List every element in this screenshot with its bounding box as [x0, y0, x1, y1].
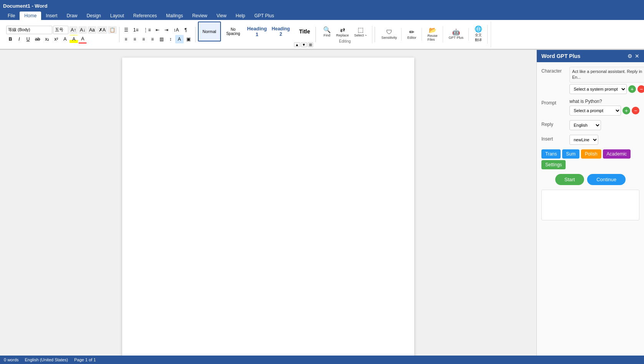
prompt-select[interactable]: Select a prompt [569, 106, 621, 116]
change-case-btn[interactable]: Aa [88, 26, 96, 34]
tab-gptplus[interactable]: GPT Plus [250, 12, 279, 20]
tab-draw[interactable]: Draw [62, 12, 82, 20]
column-break-btn[interactable]: ▥ [157, 35, 166, 43]
gpt-plus-btn[interactable]: 🤖 GPT Plus [447, 28, 465, 41]
status-bar: 0 words English (United States) Page 1 o… [0, 356, 644, 364]
list-buttons-row: ☰ 1≡ ⋮≡ ⇤ ⇥ ↕A ¶ [122, 26, 193, 34]
document-page[interactable] [122, 58, 414, 362]
panel-body: Character Act like a personal assistant.… [537, 62, 644, 364]
tab-help[interactable]: Help [231, 12, 250, 20]
superscript-btn[interactable]: x² [52, 35, 60, 43]
highlight-color-btn[interactable]: A [70, 35, 78, 43]
style-title[interactable]: Title [293, 22, 313, 41]
remove-prompt-btn[interactable]: − [632, 107, 639, 114]
character-row: Character Act like a personal assistant.… [541, 67, 639, 94]
settings-btn[interactable]: Settings [541, 160, 566, 169]
panel-controls: ⚙ ✕ [627, 53, 639, 59]
replace-btn[interactable]: ⇄ Replace [334, 26, 351, 38]
styles-scroll-up-btn[interactable]: ▲ [294, 42, 300, 47]
divider-font-para [119, 27, 120, 42]
italic-btn[interactable]: I [15, 35, 23, 43]
decrease-font-btn[interactable]: A↓ [78, 26, 87, 34]
borders-btn[interactable]: ▣ [184, 35, 193, 43]
trans-btn[interactable]: Trans [541, 149, 561, 159]
prompt-value: what is Python? [569, 99, 639, 104]
continue-btn[interactable]: Continue [587, 174, 626, 185]
ribbon: Document1 - Word File Home Insert Draw D… [0, 0, 644, 50]
style-normal[interactable]: Normal [198, 22, 221, 41]
add-prompt-btn[interactable]: + [622, 107, 630, 114]
clear-format-btn[interactable]: ✗A [97, 26, 107, 34]
find-btn[interactable]: 🔍 Find [321, 26, 333, 38]
styles-expand-btn[interactable]: ⊞ [308, 42, 313, 47]
panel-settings-icon[interactable]: ⚙ [627, 53, 632, 59]
remove-system-prompt-btn[interactable]: − [637, 85, 644, 93]
reply-select[interactable]: English Chinese Japanese French Spanish [569, 120, 601, 130]
justify-btn[interactable]: ≡ [148, 35, 157, 43]
bullets-btn[interactable]: ☰ [122, 26, 131, 34]
document-area[interactable] [0, 50, 536, 364]
align-left-btn[interactable]: ≡ [122, 35, 130, 43]
sort-btn[interactable]: ↕A [171, 26, 181, 34]
panel-close-btn[interactable]: ✕ [635, 53, 639, 59]
app-title: Document1 - Word [3, 3, 47, 9]
tab-file[interactable]: File [3, 12, 20, 20]
tab-review[interactable]: Review [188, 12, 212, 20]
polish-btn[interactable]: Polish [581, 149, 601, 159]
numbered-list-btn[interactable]: 1≡ [131, 26, 141, 34]
bold-btn[interactable]: B [6, 35, 15, 43]
increase-indent-btn[interactable]: ⇥ [162, 26, 171, 34]
styles-scroll-down-btn[interactable]: ▼ [301, 42, 307, 47]
decrease-indent-btn[interactable]: ⇤ [153, 26, 162, 34]
align-center-btn[interactable]: ≡ [131, 35, 139, 43]
tab-layout[interactable]: Layout [106, 12, 129, 20]
tab-mailings[interactable]: Mailings [161, 12, 188, 20]
select-btn[interactable]: ⬚ Select ~ [352, 26, 369, 38]
text-effects-btn[interactable]: A [61, 35, 69, 43]
translate-btn[interactable]: 🌐 全文翻译 [473, 25, 484, 44]
academic-btn[interactable]: Academic [603, 149, 631, 159]
editor-icon: ✏ [409, 29, 414, 35]
style-heading2[interactable]: Heading 2 [269, 22, 292, 41]
editor-btn[interactable]: ✏ Editor [405, 28, 418, 41]
line-spacing-btn[interactable]: ↕ [166, 35, 175, 43]
shading-btn[interactable]: A [175, 35, 184, 43]
tab-insert[interactable]: Insert [41, 12, 62, 20]
tab-view[interactable]: View [212, 12, 231, 20]
output-area[interactable] [541, 190, 639, 220]
action-buttons: Trans Sum Polish Academic Settings [541, 149, 639, 169]
copy-format-btn[interactable]: 📋 [108, 26, 117, 34]
page-info: Page 1 of 1 [74, 357, 96, 362]
insert-select[interactable]: newLine replace append [569, 135, 598, 145]
underline-btn[interactable]: U [24, 35, 32, 43]
style-heading1[interactable]: Heading 1 [246, 22, 269, 41]
reply-label: Reply [541, 120, 566, 127]
strikethrough-btn[interactable]: ab [33, 35, 42, 43]
subscript-btn[interactable]: x₂ [43, 35, 51, 43]
tab-home[interactable]: Home [20, 12, 41, 20]
prompt-label: Prompt [541, 99, 566, 106]
insert-label: Insert [541, 135, 566, 142]
sensitivity-content: 🛡 Sensitivity [380, 28, 399, 41]
font-color-btn[interactable]: A [78, 35, 87, 43]
multilevel-list-btn[interactable]: ⋮≡ [141, 26, 153, 34]
word-count: 0 words [4, 357, 19, 362]
tab-design[interactable]: Design [82, 12, 105, 20]
system-prompt-row: Select a system prompt + − [569, 84, 644, 94]
panel-title: Word GPT Plus [541, 53, 581, 59]
tab-references[interactable]: References [129, 12, 161, 20]
editor-group: ✏ Editor [402, 28, 422, 41]
start-btn[interactable]: Start [555, 174, 584, 185]
add-system-prompt-btn[interactable]: + [628, 85, 636, 93]
font-size-input[interactable] [53, 26, 68, 34]
show-hide-btn[interactable]: ¶ [181, 26, 190, 34]
font-name-input[interactable] [6, 26, 52, 34]
sensitivity-btn[interactable]: 🛡 Sensitivity [380, 28, 399, 41]
increase-font-btn[interactable]: A↑ [69, 26, 78, 34]
font-group-content: A↑ A↓ Aa ✗A 📋 B I U ab x₂ x² A A [6, 22, 488, 47]
style-no-spacing[interactable]: No Spacing [222, 22, 245, 41]
align-right-btn[interactable]: ≡ [139, 35, 148, 43]
sum-btn[interactable]: Sum [562, 149, 579, 159]
reuse-files-btn[interactable]: 📂 ReuseFiles [426, 26, 440, 43]
system-prompt-select[interactable]: Select a system prompt [569, 84, 627, 94]
